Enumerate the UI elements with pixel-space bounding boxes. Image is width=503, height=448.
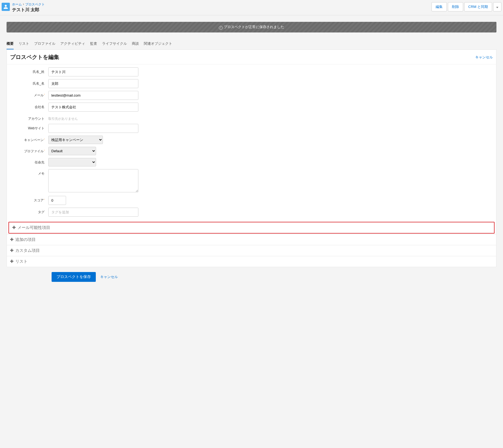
- label-score: スコア*: [10, 196, 48, 203]
- more-actions-button[interactable]: [493, 2, 501, 11]
- breadcrumb-home[interactable]: ホーム: [12, 2, 22, 7]
- form-body: 氏名_姓 氏名_名 メール* 会社名 アカウント 取引先がありません Webサイ…: [7, 64, 496, 221]
- row-assignee: 任命先: [10, 157, 493, 168]
- row-profile: プロファイル* Default: [10, 145, 493, 157]
- accordion-mailability[interactable]: ✚メール可能性項目: [8, 222, 495, 234]
- tab-activity[interactable]: アクティビティ: [60, 38, 85, 49]
- tab-lifecycle[interactable]: ライフサイクル: [102, 38, 127, 49]
- panel-title: プロスペクトを編集: [10, 53, 59, 61]
- chevron-down-icon: [496, 7, 498, 8]
- label-last-name: 氏名_姓: [10, 67, 48, 74]
- page-title: テスト川 太郎: [12, 7, 45, 13]
- label-first-name: 氏名_名: [10, 79, 48, 86]
- campaign-select[interactable]: 検証用キャンペーン: [48, 136, 103, 144]
- prospect-avatar-icon: [2, 3, 10, 11]
- tab-list[interactable]: リスト: [19, 38, 29, 49]
- accordion-list[interactable]: ✚リスト: [7, 256, 496, 267]
- score-input[interactable]: [48, 196, 66, 205]
- label-assignee: 任命先: [10, 158, 48, 165]
- content-wrap: iプロスペクトが正常に保存されました 概要 リスト プロファイル アクティビティ…: [0, 22, 503, 296]
- account-static-text: 取引先がありません: [48, 114, 78, 121]
- panel-header: プロスペクトを編集 キャンセル: [7, 50, 496, 64]
- footer-actions: プロスペクトを保存 キャンセル: [7, 267, 496, 285]
- panel-cancel-link[interactable]: キャンセル: [475, 55, 493, 60]
- save-prospect-button[interactable]: プロスペクトを保存: [52, 272, 96, 282]
- footer-cancel-link[interactable]: キャンセル: [100, 274, 118, 279]
- info-icon: i: [219, 26, 223, 30]
- plus-icon: ✚: [10, 237, 14, 242]
- edit-panel: プロスペクトを編集 キャンセル 氏名_姓 氏名_名 メール* 会社名 アカウン: [7, 50, 496, 267]
- breadcrumb-prospect[interactable]: プロスペクト: [25, 2, 45, 7]
- row-memo: メモ: [10, 168, 493, 195]
- row-campaign: キャンペーン* 検証用キャンペーン: [10, 134, 493, 145]
- website-input[interactable]: [48, 124, 138, 133]
- tabs: 概要 リスト プロファイル アクティビティ 監査 ライフサイクル 商談 関連オブ…: [7, 38, 496, 50]
- row-website: Webサイト: [10, 123, 493, 134]
- accordion-additional[interactable]: ✚追加の項目: [7, 234, 496, 245]
- assignee-select[interactable]: [48, 158, 96, 166]
- page-header: ホーム › プロスペクト テスト川 太郎 編集 削除 CRM と同期: [0, 0, 503, 15]
- label-profile: プロファイル*: [10, 147, 48, 154]
- company-input[interactable]: [48, 103, 138, 112]
- tab-profile[interactable]: プロファイル: [34, 38, 55, 49]
- email-input[interactable]: [48, 91, 138, 100]
- row-email: メール*: [10, 89, 493, 101]
- label-email: メール*: [10, 91, 48, 98]
- row-last-name: 氏名_姓: [10, 66, 493, 78]
- plus-icon: ✚: [10, 259, 14, 264]
- plus-icon: ✚: [10, 248, 14, 253]
- tab-related[interactable]: 関連オブジェクト: [144, 38, 172, 49]
- tag-input[interactable]: [48, 208, 138, 217]
- label-company: 会社名: [10, 103, 48, 109]
- memo-textarea[interactable]: [48, 169, 138, 192]
- crm-sync-button[interactable]: CRM と同期: [464, 2, 492, 11]
- tab-audit[interactable]: 監査: [90, 38, 97, 49]
- profile-select[interactable]: Default: [48, 147, 96, 155]
- row-score: スコア*: [10, 195, 493, 206]
- breadcrumb-separator: ›: [23, 2, 24, 7]
- breadcrumb: ホーム › プロスペクト: [12, 2, 45, 7]
- label-tag: タグ: [10, 208, 48, 214]
- label-website: Webサイト: [10, 124, 48, 131]
- row-tag: タグ: [10, 206, 493, 218]
- last-name-input[interactable]: [48, 67, 138, 76]
- label-memo: メモ: [10, 169, 48, 176]
- page-header-left: ホーム › プロスペクト テスト川 太郎: [2, 2, 430, 13]
- edit-button[interactable]: 編集: [431, 2, 447, 11]
- plus-icon: ✚: [12, 225, 16, 230]
- success-alert: iプロスペクトが正常に保存されました: [7, 22, 496, 32]
- tab-overview[interactable]: 概要: [7, 38, 14, 49]
- delete-button[interactable]: 削除: [448, 2, 463, 11]
- row-account: アカウント 取引先がありません: [10, 113, 493, 123]
- accordion-custom[interactable]: ✚カスタム項目: [7, 245, 496, 256]
- first-name-input[interactable]: [48, 79, 138, 88]
- alert-text: プロスペクトが正常に保存されました: [224, 25, 284, 29]
- tab-opportunity[interactable]: 商談: [132, 38, 139, 49]
- header-actions: 編集 削除 CRM と同期: [430, 2, 501, 11]
- label-account: アカウント: [10, 114, 48, 121]
- row-first-name: 氏名_名: [10, 78, 493, 89]
- row-company: 会社名: [10, 101, 493, 113]
- label-campaign: キャンペーン*: [10, 136, 48, 142]
